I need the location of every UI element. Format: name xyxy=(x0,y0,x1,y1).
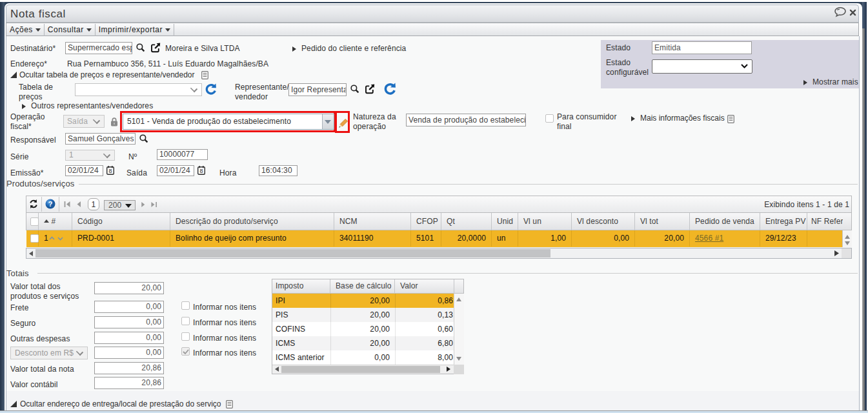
svg-text:8: 8 xyxy=(199,168,203,174)
svg-text:?: ? xyxy=(48,200,53,208)
svg-text:8: 8 xyxy=(108,168,112,174)
